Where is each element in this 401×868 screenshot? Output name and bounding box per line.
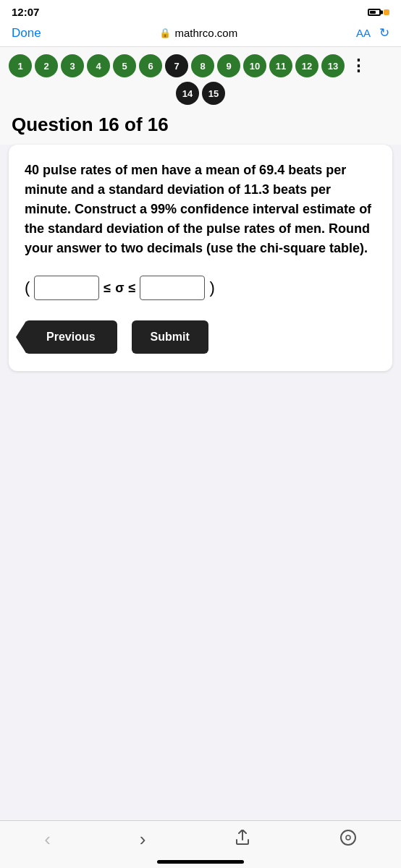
refresh-icon[interactable]: ↻: [379, 25, 389, 41]
status-time: 12:07: [12, 6, 39, 18]
back-button[interactable]: ‹: [44, 828, 51, 851]
compass-icon[interactable]: [339, 829, 357, 851]
q-circle-7[interactable]: 7: [165, 54, 188, 77]
share-button[interactable]: [235, 830, 250, 850]
lock-icon: 🔒: [159, 27, 171, 38]
sigma-symbol: σ: [115, 281, 124, 296]
q-circle-5[interactable]: 5: [113, 54, 136, 77]
svg-point-1: [346, 835, 350, 840]
q-circle-1[interactable]: 1: [9, 54, 32, 77]
content-card: 40 pulse rates of men have a mean of 69.…: [9, 145, 392, 371]
button-row: Previous Submit: [25, 320, 376, 354]
answer-row: ( ≤ σ ≤ ): [25, 276, 376, 300]
question-text: 40 pulse rates of men have a mean of 69.…: [25, 161, 376, 258]
page-title-bar: Question 16 of 16: [0, 111, 401, 145]
status-bar: 12:07: [0, 0, 401, 21]
more-dots-icon[interactable]: ⋮: [350, 58, 366, 74]
browser-bar: Done 🔒 mathrco.com AA ↻: [0, 21, 401, 47]
q-circle-2[interactable]: 2: [35, 54, 58, 77]
lower-bound-input[interactable]: [34, 276, 99, 300]
done-button[interactable]: Done: [12, 26, 41, 41]
open-paren: (: [25, 278, 30, 297]
q-circle-6[interactable]: 6: [139, 54, 162, 77]
aa-button[interactable]: AA: [356, 27, 371, 39]
q-circle-10[interactable]: 10: [243, 54, 266, 77]
page-title: Question 16 of 16: [12, 114, 389, 136]
q-circle-14[interactable]: 14: [176, 82, 199, 105]
q-circle-8[interactable]: 8: [191, 54, 214, 77]
submit-button[interactable]: Submit: [132, 320, 208, 354]
status-icons: [368, 9, 389, 16]
q-circle-3[interactable]: 3: [61, 54, 84, 77]
upper-bound-input[interactable]: [140, 276, 205, 300]
q-circle-9[interactable]: 9: [217, 54, 240, 77]
question-number-row: 1 2 3 4 5 6 7 8 9 10 11 12 13 ⋮: [0, 47, 401, 82]
signal-dot: [384, 9, 389, 15]
q-circle-11[interactable]: 11: [269, 54, 292, 77]
question-number-row-2: 14 15: [0, 82, 401, 111]
q-circle-4[interactable]: 4: [87, 54, 110, 77]
browser-controls: AA ↻: [356, 25, 389, 41]
q-circle-13[interactable]: 13: [321, 54, 345, 77]
previous-button[interactable]: Previous: [25, 320, 117, 354]
battery-icon: [368, 9, 381, 16]
leq-1: ≤: [104, 281, 111, 296]
url-bar: 🔒 mathrco.com: [159, 27, 237, 39]
svg-point-0: [341, 830, 355, 845]
forward-button[interactable]: ›: [140, 828, 146, 851]
q-circle-15[interactable]: 15: [202, 82, 225, 105]
url-text: mathrco.com: [174, 27, 237, 39]
q-circle-12[interactable]: 12: [295, 54, 318, 77]
leq-2: ≤: [129, 281, 136, 296]
home-indicator: [157, 860, 244, 864]
close-paren: ): [209, 278, 214, 297]
